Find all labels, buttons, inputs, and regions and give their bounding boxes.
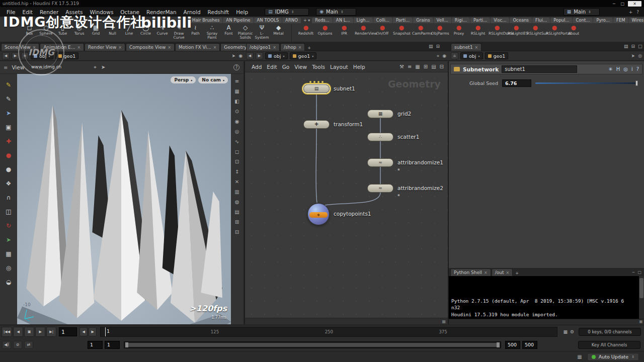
view-menu[interactable]: View — [12, 64, 24, 70]
network-toolbar-icon[interactable]: ≡ — [408, 64, 412, 69]
search-icon[interactable]: ◎ — [623, 66, 628, 72]
menu-item[interactable]: Help — [232, 9, 252, 15]
home-icon[interactable]: ⌂ — [451, 52, 458, 59]
info-icon[interactable]: i — [631, 66, 633, 72]
node-attribrandomize1[interactable]: ≈ attribrandomize1 ▪ — [367, 158, 393, 167]
playback-range-slider[interactable] — [124, 341, 501, 348]
shelf-tool[interactable]: ✚ Null — [104, 24, 121, 40]
snap-icon[interactable]: ⌖ — [94, 64, 97, 70]
shelf-tab[interactable]: FEM — [613, 18, 628, 23]
shelf-tool[interactable]: ● Redshift — [296, 24, 315, 36]
pane-tab[interactable]: Composite View × — [126, 43, 175, 51]
shelf-tab[interactable]: Wires — [629, 18, 644, 23]
shelf-tab[interactable]: Flui... — [532, 18, 550, 23]
network-menu-item[interactable]: Tools — [309, 64, 328, 70]
menu-item[interactable]: RenderMan — [143, 9, 180, 15]
shelf-tab[interactable]: Visc... — [491, 18, 509, 23]
shelf-tool[interactable]: Ψ L-System — [254, 24, 270, 40]
display-option-icon[interactable]: ◧ — [234, 98, 239, 105]
menu-item[interactable]: Redshift — [204, 9, 233, 15]
range-start-handle[interactable] — [125, 342, 128, 347]
display-option-icon[interactable]: ⊙ — [235, 108, 239, 115]
viewport-tool-icon[interactable]: ◒ — [4, 277, 14, 287]
search-icon[interactable]: ◎ — [638, 53, 642, 58]
node-transform1[interactable]: ✚ transform1 — [303, 120, 330, 129]
shelf-tool[interactable]: ∴ Spray Paint — [204, 24, 220, 40]
link-icon[interactable]: ◉ — [238, 53, 243, 58]
pane-tab[interactable]: Scene View × — [1, 43, 39, 51]
key-all-channels-button[interactable]: Key All Channels — [578, 341, 640, 349]
audio-control-icon[interactable]: ⇄ — [24, 341, 33, 349]
transport-button[interactable]: |◀◀ — [2, 327, 12, 337]
minimize-button[interactable]: ─ — [611, 1, 617, 7]
close-icon[interactable]: × — [298, 45, 302, 50]
network-menu-item[interactable]: Help — [351, 64, 368, 70]
viewport-tool-icon[interactable]: ✎ — [4, 94, 14, 104]
shelf-tab[interactable]: Pyro... — [593, 18, 613, 23]
display-option-icon[interactable]: ∿ — [235, 138, 239, 145]
shelf-tool[interactable]: ● RSLight — [468, 24, 488, 36]
range-end-handle[interactable] — [497, 342, 500, 347]
snapshot-icon[interactable]: ◉ — [442, 53, 446, 59]
shell-scrollbar[interactable] — [639, 276, 644, 319]
menu-item[interactable]: Render — [36, 9, 62, 15]
auto-update-selector[interactable]: Auto Update ⇕ — [587, 353, 639, 361]
node-body[interactable]: ≈ — [367, 158, 393, 167]
menubar-help-icon[interactable]: ? — [636, 10, 639, 15]
add-desktop-icon[interactable]: + — [629, 10, 633, 15]
viewport-tool-icon[interactable]: ▦ — [4, 249, 14, 258]
display-option-icon[interactable]: ⊟ — [235, 229, 239, 235]
display-option-icon[interactable]: ▦ — [234, 88, 239, 95]
help-icon[interactable]: ? — [233, 64, 239, 70]
display-option-icon[interactable]: ◻ — [235, 148, 239, 155]
shelf-tool[interactable]: ◻ Box — [21, 24, 38, 40]
shelf-tool[interactable]: ● CamParms — [411, 24, 430, 36]
python-shell-output[interactable]: Python 2.7.15 (default, Apr 8 2019, 15:3… — [449, 276, 639, 319]
shelf-tab[interactable]: ARNO — [282, 18, 301, 23]
pane-tab[interactable]: subnet1 × — [451, 43, 481, 51]
shelf-tool[interactable]: ◎ Torus — [71, 24, 88, 40]
nav-forward-button[interactable]: ▶ — [12, 52, 19, 59]
network-toolbar-icon[interactable]: ▤ — [431, 64, 436, 69]
playback-range-end-field[interactable]: 500 — [505, 341, 520, 349]
transport-button[interactable]: ▶| — [46, 327, 56, 337]
help-card-icon[interactable]: H — [616, 66, 620, 72]
network-toolbar-icon[interactable]: ⊟ — [440, 64, 444, 69]
playback-range-start-field[interactable]: 1 — [105, 341, 120, 349]
shelf-tab[interactable]: AN Pipeline — [223, 18, 253, 23]
display-option-icon[interactable]: ▥ — [234, 189, 239, 195]
close-icon[interactable]: × — [213, 45, 217, 50]
shelf-tab[interactable]: AN L... — [333, 18, 353, 23]
keyframe-options-icon[interactable]: ▦ — [563, 329, 568, 334]
add-shell-tab-button[interactable]: + — [513, 270, 521, 276]
viewport-tool-icon[interactable]: ● — [4, 150, 14, 160]
idmg-shelf-combo[interactable]: ▤ IDMG ⇕ — [265, 8, 309, 16]
viewport-tool-icon[interactable]: ↻ — [4, 221, 14, 230]
menu-item[interactable]: File — [3, 9, 19, 15]
pane-tab[interactable]: /shop × — [280, 43, 305, 51]
close-icon[interactable]: × — [118, 45, 122, 50]
network-menu-item[interactable]: Add — [249, 64, 264, 70]
viewport-tool-icon[interactable]: ➤ — [4, 235, 14, 244]
pane-maximize-icon[interactable]: □ — [638, 44, 642, 49]
shelf-tab[interactable]: Parti... — [393, 18, 413, 23]
display-option-icon[interactable]: ◉ — [235, 118, 239, 125]
close-icon[interactable]: × — [273, 45, 276, 50]
viewport-tool-icon[interactable]: ✚ — [4, 136, 14, 146]
viewport-tool-icon[interactable]: ● — [4, 164, 14, 174]
shelf-tool[interactable]: ◇ Platonic Solids — [237, 24, 254, 40]
close-icon[interactable]: × — [168, 45, 171, 50]
node-subnet1[interactable]: ▤ subnet1 — [303, 84, 330, 93]
viewport-tool-icon[interactable]: ▣ — [4, 122, 14, 132]
shelf-tab[interactable]: Parti... — [470, 18, 490, 23]
global-range-end-field[interactable]: 500 — [522, 341, 537, 349]
nav-back-button[interactable]: ◀ — [2, 52, 10, 59]
display-option-icon[interactable]: ↕ — [235, 168, 239, 175]
display-option-icon[interactable]: ◎ — [235, 128, 239, 135]
pane-tab[interactable]: Animation E... × — [40, 43, 84, 51]
add-pane-tab-button[interactable]: + — [305, 45, 313, 51]
network-toolbar-icon[interactable]: ⊞ — [424, 64, 428, 69]
cook-mode-icon[interactable]: ▦ — [577, 354, 582, 359]
menu-item[interactable]: Assets — [62, 9, 86, 15]
global-seed-slider[interactable] — [535, 80, 639, 86]
